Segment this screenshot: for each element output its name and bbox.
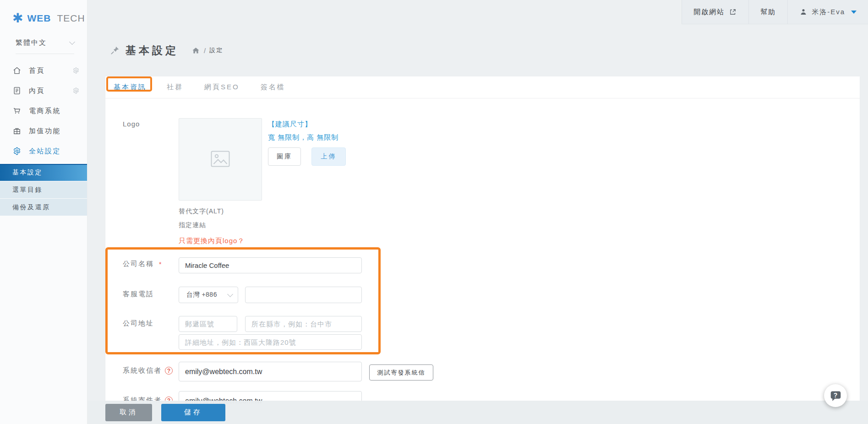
city-input[interactable] bbox=[245, 316, 362, 332]
tab-social[interactable]: 社群 bbox=[167, 83, 183, 92]
breadcrumb-separator: / bbox=[204, 47, 206, 54]
gallery-button[interactable]: 圖庫 bbox=[268, 147, 301, 166]
company-address-label: 公司地址 bbox=[123, 319, 154, 328]
submenu-item-menu-directory[interactable]: 選單目錄 bbox=[0, 181, 87, 198]
language-label: 繁體中文 bbox=[16, 38, 47, 47]
company-name-label: 公司名稱 * bbox=[123, 260, 162, 268]
phone-number-input[interactable] bbox=[245, 287, 362, 303]
user-name: 米洛-Eva bbox=[812, 8, 845, 16]
zip-code-input[interactable] bbox=[179, 316, 237, 332]
image-placeholder-icon bbox=[211, 151, 230, 169]
save-button[interactable]: 儲存 bbox=[161, 404, 225, 421]
question-glyph: ? bbox=[830, 390, 842, 400]
question-circle-icon[interactable]: ? bbox=[165, 367, 173, 375]
tab-signature[interactable]: 簽名檔 bbox=[261, 83, 285, 92]
brand-asterisk-icon: ✱ bbox=[12, 12, 23, 25]
help-button[interactable]: 幫助 bbox=[748, 0, 787, 24]
language-selector[interactable]: 繁體中文 bbox=[16, 38, 74, 54]
brand-logo[interactable]: ✱ WEB TECH bbox=[0, 0, 87, 25]
chat-bubble-icon: ? bbox=[830, 390, 842, 402]
pushpin-icon bbox=[110, 45, 120, 55]
logo-field-label: Logo bbox=[123, 120, 140, 128]
chevron-down-icon bbox=[69, 39, 75, 45]
gear-icon bbox=[12, 147, 22, 156]
sidebar-item-ecommerce[interactable]: 電商系統 bbox=[0, 101, 87, 121]
company-name-input[interactable] bbox=[179, 257, 362, 273]
person-icon bbox=[799, 8, 808, 16]
sidebar-item-label: 加值功能 bbox=[29, 127, 80, 136]
breadcrumb-item[interactable]: 設定 bbox=[209, 46, 223, 54]
change-inner-logo-link[interactable]: 只需更換內頁logo？ bbox=[179, 237, 245, 245]
chevron-down-icon bbox=[227, 291, 233, 297]
sidebar-item-site-settings[interactable]: 全站設定 bbox=[0, 141, 87, 161]
home-icon[interactable] bbox=[191, 46, 200, 55]
sidebar-item-label: 電商系統 bbox=[29, 107, 80, 115]
page-title-row: 基本設定 / 設定 bbox=[87, 24, 868, 76]
open-site-label: 開啟網站 bbox=[693, 8, 725, 16]
service-phone-label: 客服電話 bbox=[123, 290, 154, 299]
country-code-value: 台灣 +886 bbox=[186, 291, 228, 299]
sidebar-item-label: 首頁 bbox=[29, 66, 72, 75]
caret-down-icon bbox=[851, 11, 857, 14]
tab-basic-info[interactable]: 基本資訊 bbox=[106, 83, 154, 92]
action-footer: 取消 儲存 bbox=[87, 401, 868, 424]
sidebar-item-pages[interactable]: 內頁 bbox=[0, 81, 87, 101]
tab-bar: 基本資訊 社群 網頁SEO 簽名檔 bbox=[105, 76, 860, 98]
user-menu[interactable]: 米洛-Eva bbox=[787, 0, 868, 24]
cart-icon bbox=[12, 106, 22, 115]
sidebar-item-home[interactable]: 首頁 bbox=[0, 60, 87, 81]
gear-icon[interactable] bbox=[72, 87, 80, 94]
detail-address-input[interactable] bbox=[179, 334, 362, 350]
submenu-item-basic-settings[interactable]: 基本設定 bbox=[0, 164, 87, 181]
sidebar-item-label: 內頁 bbox=[29, 87, 72, 95]
system-receiver-label: 系統收信者 ? bbox=[123, 366, 173, 375]
country-code-select[interactable]: 台灣 +886 bbox=[179, 287, 238, 303]
gift-icon bbox=[12, 126, 22, 136]
page-icon bbox=[12, 86, 22, 95]
system-receiver-input[interactable] bbox=[179, 362, 362, 381]
home-icon bbox=[12, 66, 22, 75]
upload-button[interactable]: 上傳 bbox=[311, 147, 346, 166]
brand-name-secondary: TECH bbox=[57, 13, 85, 24]
gear-icon[interactable] bbox=[72, 67, 80, 74]
breadcrumb: / 設定 bbox=[191, 46, 223, 55]
sidebar-menu: 首頁 內頁 電商系統 加值功能 bbox=[0, 60, 87, 161]
page-title: 基本設定 bbox=[126, 43, 179, 58]
logo-upload-dropzone[interactable] bbox=[179, 118, 262, 201]
help-fab-button[interactable]: ? bbox=[824, 384, 847, 407]
main-area: 開啟網站 幫助 米洛-Eva 基本設定 / 設定 bbox=[87, 0, 868, 424]
sidebar-item-addons[interactable]: 加值功能 bbox=[0, 121, 87, 141]
tab-seo[interactable]: 網頁SEO bbox=[204, 83, 240, 92]
test-send-button[interactable]: 測試寄發系統信 bbox=[369, 364, 433, 381]
top-header: 開啟網站 幫助 米洛-Eva bbox=[87, 0, 868, 24]
brand-name-primary: WEB bbox=[27, 13, 51, 24]
help-label: 幫助 bbox=[760, 8, 776, 16]
suggest-size-title: 【建議尺寸】 bbox=[268, 120, 312, 129]
cancel-button[interactable]: 取消 bbox=[105, 404, 152, 421]
external-link-icon bbox=[729, 8, 737, 16]
submenu-item-backup-restore[interactable]: 備份及還原 bbox=[0, 199, 87, 216]
required-asterisk: * bbox=[159, 261, 162, 268]
sidebar: ✱ WEB TECH 繁體中文 首頁 內頁 bbox=[0, 0, 87, 424]
content-card: 基本資訊 社群 網頁SEO 簽名檔 Logo 【建議尺寸】 寬 無限制，高 無限… bbox=[105, 76, 860, 424]
sidebar-submenu: 基本設定 選單目錄 備份及還原 bbox=[0, 164, 87, 216]
open-site-button[interactable]: 開啟網站 bbox=[682, 0, 748, 24]
suggest-size-text: 寬 無限制，高 無限制 bbox=[268, 133, 338, 142]
sidebar-item-label: 全站設定 bbox=[29, 147, 80, 156]
alt-text-label: 替代文字(ALT) bbox=[179, 207, 224, 216]
assign-link-label: 指定連結 bbox=[179, 221, 206, 229]
basic-settings-form: Logo 【建議尺寸】 寬 無限制，高 無限制 圖庫 上傳 替代文字(ALT) … bbox=[105, 98, 860, 424]
